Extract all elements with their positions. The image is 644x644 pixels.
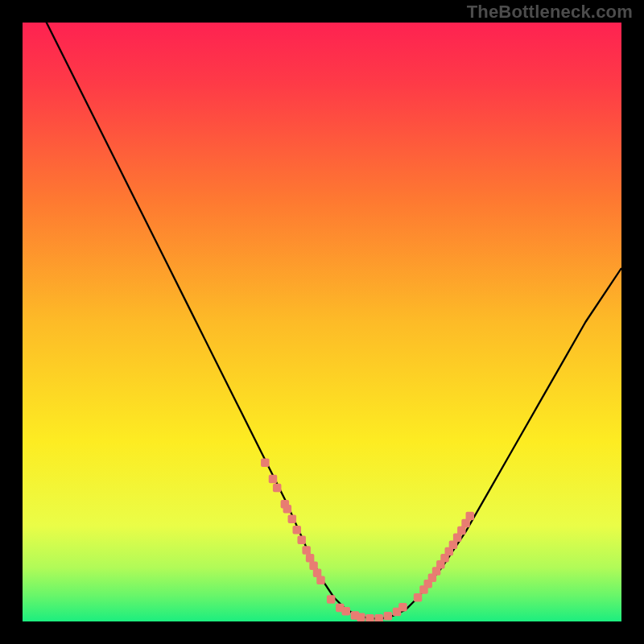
chart-frame: TheBottleneck.com — [0, 0, 644, 644]
data-marker — [283, 505, 292, 514]
data-marker — [449, 541, 458, 550]
gradient-background — [23, 23, 621, 621]
data-marker — [261, 459, 270, 468]
data-marker — [297, 536, 306, 545]
data-marker — [466, 512, 475, 521]
data-marker — [457, 526, 466, 535]
chart-svg — [23, 23, 621, 621]
data-marker — [342, 607, 351, 616]
data-marker — [316, 576, 325, 584]
data-marker — [414, 593, 423, 602]
watermark-text: TheBottleneck.com — [467, 2, 633, 23]
data-marker — [365, 614, 374, 621]
data-marker — [374, 614, 383, 621]
data-marker — [288, 515, 297, 524]
data-marker — [327, 595, 336, 604]
data-marker — [453, 534, 462, 543]
data-marker — [269, 475, 278, 484]
chart-plot-area — [23, 23, 621, 621]
data-marker — [357, 613, 365, 621]
data-marker — [306, 554, 315, 563]
data-marker — [398, 603, 407, 612]
data-marker — [293, 526, 302, 535]
data-marker — [309, 562, 318, 571]
data-marker — [273, 484, 282, 493]
data-marker — [302, 546, 311, 555]
data-marker — [384, 612, 393, 621]
